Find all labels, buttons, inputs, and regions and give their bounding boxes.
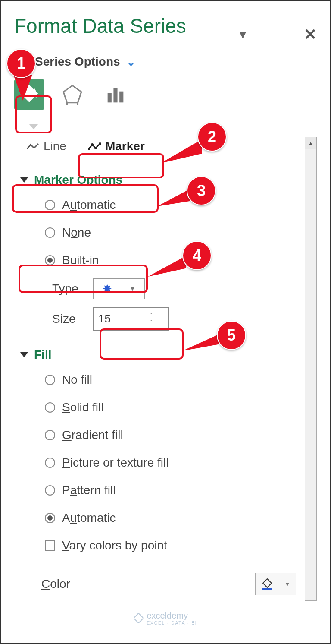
series-options-category-button[interactable] xyxy=(100,79,131,110)
effects-category-button[interactable] xyxy=(57,79,87,110)
callout-4: 4 xyxy=(182,241,212,270)
callout-5: 5 xyxy=(217,321,246,350)
chevron-down-icon: ▼ xyxy=(130,285,136,292)
radio-icon xyxy=(45,255,55,265)
marker-options-header[interactable]: Marker Options xyxy=(18,169,305,191)
color-row: Color ▼ xyxy=(41,573,305,595)
radio-icon xyxy=(45,430,55,440)
watermark-sub: EXCEL · DATA · BI xyxy=(147,621,197,625)
svg-point-7 xyxy=(94,147,97,149)
radio-fill-automatic[interactable]: Automatic xyxy=(41,508,305,527)
radio-gradient-fill[interactable]: Gradient fill xyxy=(41,426,305,445)
radio-pattern-fill[interactable]: Pattern fill xyxy=(41,481,305,500)
checkbox-icon xyxy=(45,540,55,551)
radio-built-in-label: Built-in xyxy=(62,253,99,267)
category-icon-row xyxy=(14,79,317,110)
series-options-label: Series Options xyxy=(35,55,120,68)
type-row: Type ✸ ▼ xyxy=(52,278,305,299)
title-row: Format Data Series ▼ ✕ xyxy=(14,14,317,55)
scroll-up-icon[interactable]: ▲ xyxy=(305,137,316,149)
marker-shape-icon: ✸ xyxy=(103,282,112,296)
radio-icon xyxy=(45,375,55,385)
spinner-buttons[interactable]: ˄ ˅ xyxy=(150,313,153,325)
callout-3: 3 xyxy=(187,176,216,205)
marker-size-spinner[interactable]: ˄ ˅ xyxy=(93,307,169,331)
callout-1: 1 xyxy=(6,49,36,78)
svg-rect-9 xyxy=(262,588,272,590)
scrollbar[interactable]: ▲ xyxy=(305,137,317,601)
watermark: exceldemy EXCEL · DATA · BI xyxy=(134,611,197,625)
chevron-down-icon: ⌄ xyxy=(127,56,135,68)
divider xyxy=(14,125,317,125)
line-marker-tabs: Line Marker xyxy=(18,137,305,156)
collapse-icon xyxy=(20,177,28,183)
tab-marker[interactable]: Marker xyxy=(84,137,149,156)
svg-rect-10 xyxy=(134,613,143,623)
radio-picture-fill[interactable]: Picture or texture fill xyxy=(41,453,305,472)
series-options-dropdown[interactable]: Series Options ⌄ xyxy=(35,55,317,69)
spinner-up-icon[interactable]: ˄ xyxy=(150,313,153,319)
close-icon[interactable]: ✕ xyxy=(304,25,317,44)
divider xyxy=(41,564,305,564)
radio-solid-fill[interactable]: Solid fill xyxy=(41,398,305,417)
fill-label: Fill xyxy=(34,348,51,362)
radio-icon xyxy=(45,402,55,413)
radio-none[interactable]: None xyxy=(41,223,305,242)
marker-size-input[interactable] xyxy=(94,312,150,325)
type-label: Type xyxy=(52,282,84,296)
color-picker-button[interactable]: ▼ xyxy=(255,573,296,595)
main-options: Line Marker Marker Options xyxy=(14,137,305,601)
fill-header[interactable]: Fill xyxy=(18,344,305,366)
radio-icon xyxy=(45,200,55,210)
callout-2: 2 xyxy=(197,122,227,152)
watermark-icon xyxy=(134,613,143,623)
radio-icon xyxy=(45,513,55,523)
radio-no-fill[interactable]: No fill xyxy=(41,370,305,389)
tab-line[interactable]: Line xyxy=(22,137,71,156)
fill-radios: No fill Solid fill Gradient fill Picture… xyxy=(41,370,305,555)
pentagon-icon xyxy=(62,84,83,105)
marker-type-dropdown[interactable]: ✸ ▼ xyxy=(93,278,145,299)
radio-icon xyxy=(45,485,55,496)
radio-icon xyxy=(45,458,55,468)
collapse-icon xyxy=(20,352,28,357)
panel-menu-caret-icon[interactable]: ▼ xyxy=(237,28,249,41)
svg-point-6 xyxy=(91,143,94,146)
marker-icon xyxy=(88,142,101,151)
line-icon xyxy=(26,142,39,151)
tab-marker-label: Marker xyxy=(105,139,145,153)
chevron-down-icon: ▼ xyxy=(284,581,290,587)
marker-options-label: Marker Options xyxy=(34,173,122,187)
svg-rect-4 xyxy=(119,92,123,103)
content-area: Line Marker Marker Options xyxy=(14,137,317,601)
bar-chart-icon xyxy=(106,85,125,104)
watermark-brand: exceldemy xyxy=(147,611,197,621)
fill-color-icon xyxy=(261,578,274,590)
panel-title: Format Data Series xyxy=(14,14,186,38)
tab-line-label: Line xyxy=(44,139,66,153)
radio-icon xyxy=(45,227,55,238)
marker-options-radios: Automatic None Built-in xyxy=(41,196,305,270)
active-tab-pointer-icon xyxy=(29,125,38,130)
size-label: Size xyxy=(52,312,84,326)
checkbox-vary-colors[interactable]: Vary colors by point xyxy=(41,536,305,555)
size-row: Size ˄ ˅ xyxy=(52,307,305,331)
svg-rect-2 xyxy=(108,93,112,102)
svg-rect-3 xyxy=(113,88,117,102)
format-data-series-panel: Format Data Series ▼ ✕ Series Options ⌄ xyxy=(1,1,330,601)
spinner-down-icon[interactable]: ˅ xyxy=(150,319,153,325)
built-in-settings: Type ✸ ▼ Size ˄ ˅ xyxy=(52,278,305,331)
